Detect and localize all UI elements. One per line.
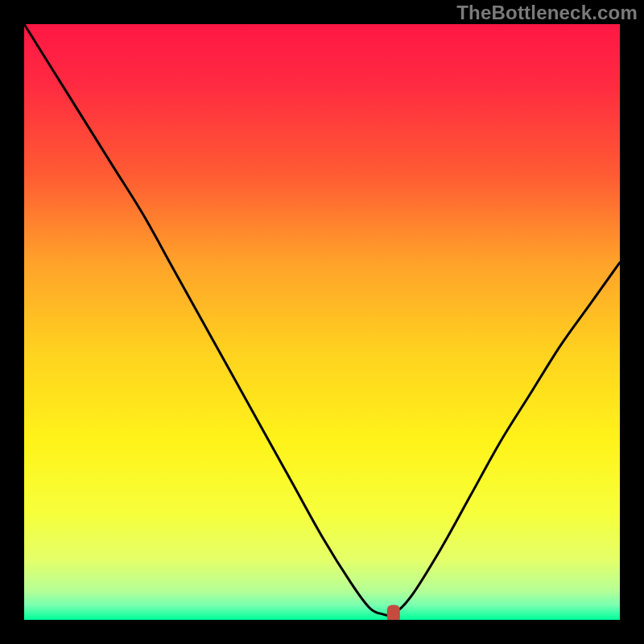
chart-frame: TheBottleneck.com [0, 0, 644, 644]
plot-area [24, 24, 620, 620]
chart-svg [24, 24, 620, 620]
gradient-background [24, 24, 620, 620]
optimal-point-marker [387, 605, 400, 620]
watermark-text: TheBottleneck.com [456, 2, 638, 24]
